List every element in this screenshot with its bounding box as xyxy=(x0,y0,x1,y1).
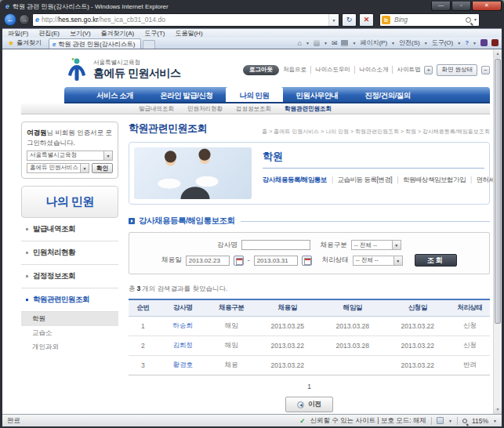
nav-online-issue[interactable]: 온라인 발급/신청 xyxy=(147,87,226,102)
category-link-insurance[interactable]: 학원배상책임보험가입 xyxy=(392,176,466,183)
tools-dropdown-icon[interactable]: ▼ xyxy=(457,41,461,45)
bullet-icon xyxy=(26,275,28,277)
menu-help[interactable]: 도움말(H) xyxy=(175,29,202,38)
protected-mode-dropdown-icon[interactable]: ▼ xyxy=(448,419,452,423)
page-menu[interactable]: 페이지(P) xyxy=(360,38,387,47)
subnav-minwon-status[interactable]: 민원처리현황 xyxy=(187,105,223,113)
mail-icon[interactable]: ✉ xyxy=(332,39,338,47)
sidebar-item-academy-minwon[interactable]: 학원관련민원조회 xyxy=(21,288,118,312)
site-logo[interactable]: 서울특별시교육청 홈에듀 민원서비스 xyxy=(93,59,180,81)
search-input[interactable] xyxy=(393,15,463,24)
home-dropdown-icon[interactable]: ▼ xyxy=(306,41,310,45)
safety-dropdown-icon[interactable]: ▼ xyxy=(424,41,428,45)
hire-type-select[interactable]: -- 전체 -- ▼ xyxy=(351,240,401,250)
sidebar-item-exam-info[interactable]: 검정정보조회 xyxy=(21,265,118,288)
link-home[interactable]: 처음으로 xyxy=(283,66,306,74)
link-neis-helper[interactable]: 나이스도우미 xyxy=(310,66,350,74)
nav-my-minwon[interactable]: 나의 민원 xyxy=(226,87,282,102)
instructor-link[interactable]: 하승희 xyxy=(158,317,208,336)
office-select-dropdown-icon[interactable]: ▼ xyxy=(103,151,112,160)
search-dropdown-icon[interactable]: ▼ xyxy=(473,17,477,22)
print-dropdown-icon[interactable]: ▼ xyxy=(352,41,356,45)
search-button[interactable]: 조회 xyxy=(415,254,457,267)
office-select[interactable]: 서울특별시교육청 ▼ xyxy=(27,151,113,161)
category-link-license-tax[interactable]: 면허세 납부 xyxy=(466,176,493,183)
forward-button[interactable]: → xyxy=(19,14,30,25)
nav-minwon-guide[interactable]: 민원사무안내 xyxy=(283,87,352,102)
subnav-exam-info[interactable]: 검정정보조회 xyxy=(236,105,271,113)
instructor-name-input[interactable] xyxy=(241,240,310,250)
address-dropdown[interactable]: ▼ xyxy=(328,14,339,26)
confirm-button[interactable]: 확인 xyxy=(92,163,113,173)
help-dropdown-icon[interactable]: ▼ xyxy=(473,41,477,45)
service-select-dropdown-icon[interactable]: ▼ xyxy=(80,164,89,172)
scroll-up-icon[interactable]: ▲ xyxy=(494,49,502,58)
maximize-button[interactable]: ▫ xyxy=(451,2,471,11)
favorites-button[interactable]: ★ 즐겨찾기 xyxy=(2,38,49,49)
nav-petition[interactable]: 진정/건의/질의 xyxy=(352,87,424,102)
process-status-dropdown-icon[interactable]: ▼ xyxy=(393,256,402,265)
menu-favorites[interactable]: 즐겨찾기(A) xyxy=(101,29,135,38)
logout-button[interactable]: 로그아웃 xyxy=(243,65,279,75)
browser-tab[interactable]: e 학원 관련 민원(강사리스트) xyxy=(49,38,141,49)
address-field[interactable]: e http://hes.sen.go.kr/hes_ica_cb31_014.… xyxy=(32,13,339,27)
nav-service-intro[interactable]: 서비스 소개 xyxy=(83,87,147,102)
menu-view[interactable]: 보기(V) xyxy=(70,29,91,38)
category-link-tuition[interactable]: 교습비등 등록[변경] xyxy=(327,176,392,183)
sidebar-item-minwon-status[interactable]: 민원처리현황 xyxy=(21,241,118,265)
calendar-icon[interactable] xyxy=(302,256,312,266)
page-number[interactable]: 1 xyxy=(129,383,490,390)
hire-date-to-input[interactable] xyxy=(254,256,298,266)
subnav-academy-minwon[interactable]: 학원관련민원조회 xyxy=(285,105,332,113)
category-link-instructor[interactable]: 강사채용등록/해임통보 xyxy=(263,176,327,183)
process-status-select[interactable]: -- 전체 -- ▼ xyxy=(353,256,403,266)
minimize-button[interactable]: — xyxy=(431,2,451,11)
feed-dropdown-icon[interactable]: ▼ xyxy=(324,41,328,45)
back-button[interactable]: ← xyxy=(4,13,16,26)
subnav-issue-history[interactable]: 발급내역조회 xyxy=(139,105,174,113)
search-icon[interactable] xyxy=(466,17,471,23)
sidebar-subitem-academy[interactable]: 학원 xyxy=(21,312,118,326)
zoom-in-button[interactable]: + xyxy=(424,66,433,74)
instructor-link[interactable]: 황경호 xyxy=(158,356,208,375)
calendar-icon[interactable] xyxy=(234,256,244,266)
sidebar-subitem-teaching-school[interactable]: 교습소 xyxy=(21,326,118,340)
close-button[interactable]: ✕ xyxy=(472,2,502,11)
search-box[interactable]: b ▼ xyxy=(379,13,480,27)
previous-button[interactable]: 이전 xyxy=(285,397,333,412)
hire-date-from-input[interactable] xyxy=(186,256,230,266)
safety-menu[interactable]: 안전(S) xyxy=(399,38,420,47)
protected-mode-icon[interactable] xyxy=(437,417,444,424)
link-sitemap[interactable]: 사이트맵 xyxy=(392,66,420,74)
sidebar: 여경원님 비회원 인증서로 로그인하셨습니다. 서울특별시교육청 ▼ 홈에듀 민… xyxy=(21,122,118,414)
zoom-reset-button[interactable]: 화면 원상태 xyxy=(437,64,477,76)
addon-icon-2[interactable] xyxy=(491,39,499,46)
vertical-scrollbar[interactable]: ▲ ▼ xyxy=(493,49,502,414)
menu-tools[interactable]: 도구(T) xyxy=(144,29,165,38)
feed-icon[interactable] xyxy=(314,40,320,46)
zoom-level[interactable]: 115% xyxy=(472,417,488,425)
hire-type-dropdown-icon[interactable]: ▼ xyxy=(392,241,401,249)
page-dropdown-icon[interactable]: ▼ xyxy=(391,41,395,45)
zoom-out-button[interactable]: − xyxy=(481,66,490,74)
sidebar-subitem-private-tutoring[interactable]: 개인과외 xyxy=(21,340,118,354)
refresh-button[interactable]: ↻ xyxy=(342,13,357,27)
scrollbar-thumb[interactable] xyxy=(495,59,501,324)
scroll-down-icon[interactable]: ▼ xyxy=(494,405,502,414)
new-tab-button[interactable] xyxy=(143,40,155,49)
zoom-icon[interactable] xyxy=(462,419,467,423)
menu-file[interactable]: 파일(F) xyxy=(8,29,28,38)
service-select[interactable]: 홈에듀 민원서비스 ▼ xyxy=(27,163,89,173)
category-links: 강사채용등록/해임통보교습비등 등록[변경]학원배상책임보험가입면허세 납부학원… xyxy=(263,173,484,186)
sidebar-item-issue-history[interactable]: 발급내역조회 xyxy=(21,218,118,241)
help-icon[interactable]: ? xyxy=(465,39,469,46)
tools-menu[interactable]: 도구(O) xyxy=(432,38,454,47)
instructor-link[interactable]: 김희정 xyxy=(158,336,208,356)
link-neis-intro[interactable]: 나이스소개 xyxy=(354,66,389,74)
stop-button[interactable]: ✕ xyxy=(359,13,374,27)
zoom-dropdown-icon[interactable]: ▼ xyxy=(493,419,497,423)
home-icon[interactable]: ⌂ xyxy=(298,39,302,47)
printer-icon[interactable] xyxy=(341,40,348,45)
menu-edit[interactable]: 편집(E) xyxy=(38,29,60,38)
addon-icon-1[interactable] xyxy=(480,39,488,46)
